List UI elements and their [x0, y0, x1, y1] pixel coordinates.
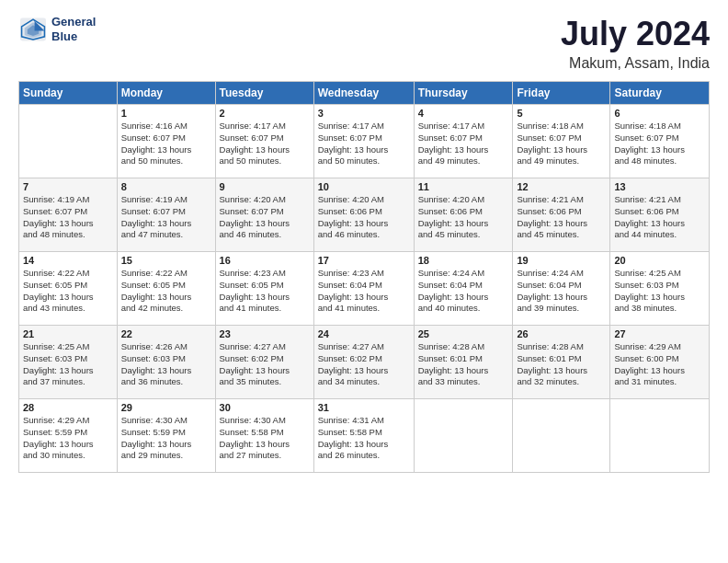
table-cell	[414, 399, 513, 473]
header-tuesday: Tuesday	[215, 82, 313, 105]
table-cell: 5Sunrise: 4:18 AM Sunset: 6:07 PM Daylig…	[513, 105, 610, 178]
day-number: 6	[614, 108, 705, 119]
table-cell: 6Sunrise: 4:18 AM Sunset: 6:07 PM Daylig…	[610, 105, 710, 178]
week-row-3: 14Sunrise: 4:22 AM Sunset: 6:05 PM Dayli…	[19, 252, 710, 326]
table-cell: 21Sunrise: 4:25 AM Sunset: 6:03 PM Dayli…	[19, 326, 118, 399]
day-info: Sunrise: 4:28 AM Sunset: 6:01 PM Dayligh…	[418, 341, 509, 388]
day-info: Sunrise: 4:24 AM Sunset: 6:04 PM Dayligh…	[418, 268, 509, 315]
day-number: 31	[318, 402, 410, 413]
table-cell: 27Sunrise: 4:29 AM Sunset: 6:00 PM Dayli…	[610, 326, 710, 399]
day-number: 26	[517, 328, 606, 339]
table-cell: 1Sunrise: 4:16 AM Sunset: 6:07 PM Daylig…	[117, 105, 215, 178]
table-cell	[513, 399, 610, 473]
table-cell: 28Sunrise: 4:29 AM Sunset: 5:59 PM Dayli…	[19, 399, 118, 473]
header-friday: Friday	[513, 82, 610, 105]
day-number: 17	[318, 255, 410, 266]
week-row-4: 21Sunrise: 4:25 AM Sunset: 6:03 PM Dayli…	[19, 326, 710, 399]
day-number: 13	[614, 181, 705, 192]
logo-text: General Blue	[51, 15, 96, 43]
header-wednesday: Wednesday	[313, 82, 414, 105]
table-cell: 2Sunrise: 4:17 AM Sunset: 6:07 PM Daylig…	[215, 105, 313, 178]
week-row-2: 7Sunrise: 4:19 AM Sunset: 6:07 PM Daylig…	[19, 178, 710, 252]
day-info: Sunrise: 4:25 AM Sunset: 6:03 PM Dayligh…	[23, 341, 113, 388]
day-number: 28	[23, 402, 113, 413]
table-cell: 17Sunrise: 4:23 AM Sunset: 6:04 PM Dayli…	[313, 252, 414, 326]
day-number: 30	[220, 402, 310, 413]
day-number: 4	[418, 108, 509, 119]
day-info: Sunrise: 4:17 AM Sunset: 6:07 PM Dayligh…	[318, 121, 410, 167]
day-number: 22	[121, 328, 211, 339]
day-number: 3	[318, 108, 410, 119]
day-number: 5	[517, 108, 606, 119]
header-sunday: Sunday	[19, 82, 118, 105]
table-cell: 7Sunrise: 4:19 AM Sunset: 6:07 PM Daylig…	[19, 178, 118, 252]
day-info: Sunrise: 4:17 AM Sunset: 6:07 PM Dayligh…	[418, 121, 509, 167]
day-number: 21	[23, 328, 113, 339]
day-number: 24	[318, 328, 410, 339]
table-cell: 19Sunrise: 4:24 AM Sunset: 6:04 PM Dayli…	[513, 252, 610, 326]
day-number: 20	[614, 255, 705, 266]
day-info: Sunrise: 4:19 AM Sunset: 6:07 PM Dayligh…	[23, 194, 113, 241]
calendar-header: Sunday Monday Tuesday Wednesday Thursday…	[19, 82, 710, 105]
day-info: Sunrise: 4:28 AM Sunset: 6:01 PM Dayligh…	[517, 341, 606, 388]
day-number: 14	[23, 255, 113, 266]
day-info: Sunrise: 4:20 AM Sunset: 6:06 PM Dayligh…	[318, 194, 410, 241]
day-info: Sunrise: 4:27 AM Sunset: 6:02 PM Dayligh…	[318, 341, 410, 388]
day-info: Sunrise: 4:22 AM Sunset: 6:05 PM Dayligh…	[23, 268, 113, 315]
day-info: Sunrise: 4:21 AM Sunset: 6:06 PM Dayligh…	[614, 194, 705, 241]
logo-icon	[18, 17, 48, 42]
table-cell: 3Sunrise: 4:17 AM Sunset: 6:07 PM Daylig…	[313, 105, 414, 178]
day-info: Sunrise: 4:18 AM Sunset: 6:07 PM Dayligh…	[517, 121, 606, 167]
day-info: Sunrise: 4:17 AM Sunset: 6:07 PM Dayligh…	[220, 121, 310, 167]
day-number: 11	[418, 181, 509, 192]
day-number: 1	[121, 108, 211, 119]
week-row-1: 1Sunrise: 4:16 AM Sunset: 6:07 PM Daylig…	[19, 105, 710, 178]
day-info: Sunrise: 4:20 AM Sunset: 6:06 PM Dayligh…	[418, 194, 509, 241]
day-info: Sunrise: 4:18 AM Sunset: 6:07 PM Dayligh…	[614, 121, 705, 167]
table-cell: 13Sunrise: 4:21 AM Sunset: 6:06 PM Dayli…	[610, 178, 710, 252]
day-number: 16	[220, 255, 310, 266]
table-cell: 9Sunrise: 4:20 AM Sunset: 6:07 PM Daylig…	[215, 178, 313, 252]
table-cell: 18Sunrise: 4:24 AM Sunset: 6:04 PM Dayli…	[414, 252, 513, 326]
table-cell: 12Sunrise: 4:21 AM Sunset: 6:06 PM Dayli…	[513, 178, 610, 252]
day-number: 18	[418, 255, 509, 266]
day-info: Sunrise: 4:30 AM Sunset: 5:58 PM Dayligh…	[220, 415, 310, 462]
day-info: Sunrise: 4:29 AM Sunset: 5:59 PM Dayligh…	[23, 415, 113, 462]
day-number: 25	[418, 328, 509, 339]
location-subtitle: Makum, Assam, India	[561, 55, 710, 72]
calendar-body: 1Sunrise: 4:16 AM Sunset: 6:07 PM Daylig…	[19, 105, 710, 473]
table-cell: 14Sunrise: 4:22 AM Sunset: 6:05 PM Dayli…	[19, 252, 118, 326]
day-info: Sunrise: 4:29 AM Sunset: 6:00 PM Dayligh…	[614, 341, 705, 388]
table-cell: 23Sunrise: 4:27 AM Sunset: 6:02 PM Dayli…	[215, 326, 313, 399]
day-number: 7	[23, 181, 113, 192]
day-info: Sunrise: 4:23 AM Sunset: 6:05 PM Dayligh…	[220, 268, 310, 315]
day-info: Sunrise: 4:22 AM Sunset: 6:05 PM Dayligh…	[121, 268, 211, 315]
table-cell: 26Sunrise: 4:28 AM Sunset: 6:01 PM Dayli…	[513, 326, 610, 399]
day-info: Sunrise: 4:16 AM Sunset: 6:07 PM Dayligh…	[121, 121, 211, 167]
day-number: 15	[121, 255, 211, 266]
table-cell: 30Sunrise: 4:30 AM Sunset: 5:58 PM Dayli…	[215, 399, 313, 473]
table-cell: 8Sunrise: 4:19 AM Sunset: 6:07 PM Daylig…	[117, 178, 215, 252]
day-info: Sunrise: 4:23 AM Sunset: 6:04 PM Dayligh…	[318, 268, 410, 315]
day-info: Sunrise: 4:24 AM Sunset: 6:04 PM Dayligh…	[517, 268, 606, 315]
header-monday: Monday	[117, 82, 215, 105]
calendar-table: Sunday Monday Tuesday Wednesday Thursday…	[18, 81, 710, 473]
table-cell: 16Sunrise: 4:23 AM Sunset: 6:05 PM Dayli…	[215, 252, 313, 326]
header: General Blue July 2024 Makum, Assam, Ind…	[18, 15, 710, 72]
day-info: Sunrise: 4:31 AM Sunset: 5:58 PM Dayligh…	[318, 415, 410, 462]
day-number: 27	[614, 328, 705, 339]
day-number: 12	[517, 181, 606, 192]
day-info: Sunrise: 4:19 AM Sunset: 6:07 PM Dayligh…	[121, 194, 211, 241]
day-number: 29	[121, 402, 211, 413]
page-container: General Blue July 2024 Makum, Assam, Ind…	[0, 0, 728, 482]
table-cell: 25Sunrise: 4:28 AM Sunset: 6:01 PM Dayli…	[414, 326, 513, 399]
day-number: 2	[220, 108, 310, 119]
table-cell: 11Sunrise: 4:20 AM Sunset: 6:06 PM Dayli…	[414, 178, 513, 252]
day-info: Sunrise: 4:27 AM Sunset: 6:02 PM Dayligh…	[220, 341, 310, 388]
day-number: 8	[121, 181, 211, 192]
table-cell: 15Sunrise: 4:22 AM Sunset: 6:05 PM Dayli…	[117, 252, 215, 326]
table-cell	[19, 105, 118, 178]
table-cell	[610, 399, 710, 473]
week-row-5: 28Sunrise: 4:29 AM Sunset: 5:59 PM Dayli…	[19, 399, 710, 473]
day-info: Sunrise: 4:30 AM Sunset: 5:59 PM Dayligh…	[121, 415, 211, 462]
